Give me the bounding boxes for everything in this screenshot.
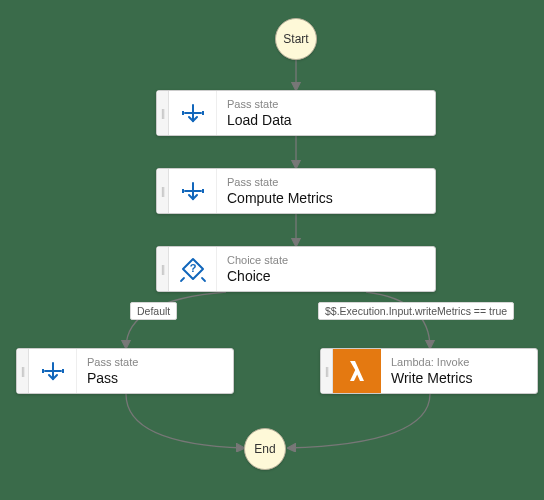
state-type: Lambda: Invoke <box>391 355 527 369</box>
state-load-data[interactable]: || Pass state Load Data <box>156 90 436 136</box>
state-name: Load Data <box>227 111 425 129</box>
state-pass[interactable]: || Pass state Pass <box>16 348 234 394</box>
edge-label-default: Default <box>130 302 177 320</box>
state-name: Pass <box>87 369 223 387</box>
state-type: Pass state <box>227 97 425 111</box>
pass-icon <box>169 91 217 135</box>
pass-icon <box>29 349 77 393</box>
drag-handle[interactable]: || <box>157 247 169 291</box>
drag-handle[interactable]: || <box>17 349 29 393</box>
edge-label-condition: $$.Execution.Input.writeMetrics == true <box>318 302 514 320</box>
state-type: Choice state <box>227 253 425 267</box>
state-name: Compute Metrics <box>227 189 425 207</box>
state-name: Choice <box>227 267 425 285</box>
pass-icon <box>169 169 217 213</box>
drag-handle[interactable]: || <box>157 169 169 213</box>
end-label: End <box>254 442 275 456</box>
state-compute-metrics[interactable]: || Pass state Compute Metrics <box>156 168 436 214</box>
state-write-metrics[interactable]: || Lambda: Invoke Write Metrics <box>320 348 538 394</box>
state-type: Pass state <box>227 175 425 189</box>
state-name: Write Metrics <box>391 369 527 387</box>
start-label: Start <box>283 32 308 46</box>
state-choice[interactable]: || ? Choice state Choice <box>156 246 436 292</box>
end-terminal[interactable]: End <box>244 428 286 470</box>
start-terminal[interactable]: Start <box>275 18 317 60</box>
workflow-canvas: Start || Pass state Load Data || Pass st… <box>0 0 544 500</box>
lambda-icon <box>333 349 381 393</box>
state-type: Pass state <box>87 355 223 369</box>
drag-handle[interactable]: || <box>321 349 333 393</box>
svg-text:?: ? <box>189 262 196 274</box>
choice-icon: ? <box>169 247 217 291</box>
drag-handle[interactable]: || <box>157 91 169 135</box>
